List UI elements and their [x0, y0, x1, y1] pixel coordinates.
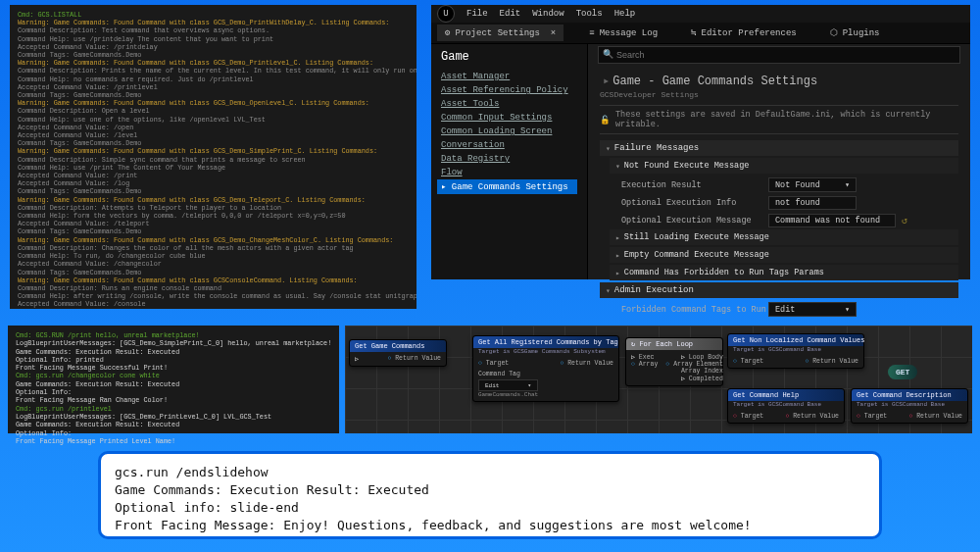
section-admin-execution[interactable]: ▾Admin Execution — [600, 282, 958, 298]
prop-forbidden-tags: Forbidden Command Tags to Run Edit▾ — [600, 300, 958, 319]
pin-target[interactable]: Target — [733, 358, 763, 365]
pin-return[interactable]: Return Value — [908, 413, 962, 420]
section-not-found[interactable]: ▾Not Found Execute Message — [610, 158, 958, 174]
console-output-listall: Cmd: GCS.LISTALL Warning: Game Commands:… — [10, 5, 416, 309]
property-value[interactable]: not found — [768, 196, 857, 210]
caret-right-icon: ▸ — [615, 251, 620, 260]
console-line: Accepted Command Value: /log — [18, 179, 409, 187]
pin-array-element[interactable]: Array Element — [665, 361, 723, 368]
pin-return[interactable]: Return Value — [387, 355, 441, 363]
tag-value: GameCommands.Chat — [478, 391, 538, 398]
tab-plugins[interactable]: ⬡Plugins — [822, 25, 888, 41]
property-value[interactable]: Command was not found — [768, 214, 896, 227]
prop-value-dropdown[interactable]: Edit▾ — [768, 302, 857, 317]
sidebar-item[interactable]: Data Registry — [441, 152, 577, 166]
property-row: Execution ResultNot Found▾ — [600, 176, 958, 194]
pin-array-index[interactable]: Array Index — [665, 368, 723, 375]
sidebar-item[interactable]: Conversation — [441, 138, 577, 152]
menu-tools[interactable]: Tools — [576, 9, 603, 19]
pin-command-tag[interactable]: Command Tag — [478, 371, 538, 377]
console-line: Command Tags: GameCommands.Demo — [18, 269, 409, 276]
node-get[interactable]: GET — [888, 365, 917, 379]
console-cmd: Cmd: gcs.run /printlevel — [16, 405, 331, 413]
pin-completed[interactable]: Completed — [665, 375, 723, 382]
section-forbidden-tags[interactable]: ▸Command Has Forbidden to Run Tags Param… — [610, 265, 958, 280]
project-settings-window: U File Edit Window Tools Help ⚙Project S… — [431, 5, 970, 279]
reset-icon[interactable]: ↺ — [902, 215, 907, 226]
search-input[interactable] — [598, 46, 960, 64]
settings-sidebar: Game Asset ManagerAsset Referencing Poli… — [431, 44, 588, 279]
menu-edit[interactable]: Edit — [500, 9, 521, 19]
console-line: Command Help: after writing /console, wr… — [18, 292, 409, 300]
tab-project-settings[interactable]: ⚙Project Settings× — [437, 25, 564, 41]
pin-loop-body[interactable]: Loop Body — [665, 353, 723, 361]
console-line: Accepted Command Value: /printdelay — [18, 43, 409, 51]
pin-target[interactable]: Target — [478, 360, 538, 367]
sidebar-item[interactable]: Asset Referencing Policy — [441, 83, 577, 97]
console-line: LogBlueprintUserMessages: [GCS_Demo_Prin… — [16, 413, 331, 421]
pin-return[interactable]: Return Value — [785, 413, 839, 420]
sidebar-item[interactable]: Flow — [441, 166, 577, 179]
pin-return[interactable]: Return Value — [560, 360, 613, 367]
sidebar-item[interactable]: Common Loading Screen — [441, 125, 577, 138]
sidebar-category: Game — [441, 50, 577, 64]
node-get-command-description[interactable]: Get Command Description Target is GCSCom… — [851, 388, 968, 424]
settings-detail-pane: 🔍 ▸Game - Game Commands Settings GCSDeve… — [588, 44, 970, 279]
sidebar-item[interactable]: Asset Manager — [441, 70, 577, 83]
console-line: Game Commands: Execution Result: Execute… — [16, 380, 331, 388]
menu-file[interactable]: File — [466, 9, 488, 19]
pin-target[interactable]: Target — [733, 413, 763, 420]
console-line: Accepted Command Value: /print — [18, 172, 409, 179]
gear-icon: ⚙ — [445, 27, 450, 38]
console-line: Accepted Command Value: /printlevel — [18, 83, 409, 91]
node-get-game-commands[interactable]: Get Game Commands Return Value — [349, 339, 447, 367]
close-icon[interactable]: × — [551, 28, 556, 38]
tab-message-log[interactable]: ≡Message Log — [581, 25, 665, 41]
node-get-registered-by-tag[interactable]: Get All Registered Commands by Tag Targe… — [472, 335, 619, 402]
sidebar-item[interactable]: ▸ Game Commands Settings — [437, 179, 577, 194]
pin-exec-in[interactable] — [355, 355, 359, 363]
console-line: Optional Info: — [16, 388, 331, 396]
property-value[interactable]: Not Found▾ — [768, 177, 857, 192]
console-cmd: Cmd: GCS.LISTALL — [18, 11, 409, 19]
sidebar-item[interactable]: Common Input Settings — [441, 111, 577, 125]
section-failure-messages[interactable]: ▾Failure Messages — [600, 140, 958, 156]
console-line: Front Facing Message Successful Print! — [16, 364, 331, 372]
endbox-line: Front Facing Message: Enjoy! Questions, … — [115, 517, 865, 534]
sidebar-item[interactable]: Asset Tools — [441, 97, 577, 111]
menu-help[interactable]: Help — [614, 9, 636, 19]
blueprint-graph[interactable]: Get Game Commands Return Value Get All R… — [345, 326, 972, 433]
node-for-each-loop[interactable]: ↻ For Each Loop ExecArray Loop BodyArray… — [625, 337, 723, 386]
console-line: Accepted Command Value: /open — [18, 124, 409, 131]
property-label: Optional Execution Info — [621, 198, 768, 208]
console-warn: Warning: Game Commands: Found Command wi… — [18, 99, 409, 107]
tag-edit-dropdown[interactable]: Edit▾ — [478, 379, 538, 391]
chevron-down-icon: ▾ — [528, 381, 532, 389]
tab-editor-preferences[interactable]: ≒Editor Preferences — [683, 25, 805, 41]
console-line: Command Description: Attempts to Telepor… — [18, 204, 409, 212]
menubar: U File Edit Window Tools Help — [431, 5, 970, 23]
console-line: Command Tags: GameCommands.Demo — [18, 51, 409, 59]
section-empty-command[interactable]: ▸Empty Command Execute Message — [610, 247, 958, 263]
node-get-non-localized[interactable]: Get Non Localized Command Values Target … — [727, 333, 864, 369]
pin-target[interactable]: Target — [857, 413, 887, 420]
settings-search: 🔍 — [598, 46, 960, 64]
node-get-command-help[interactable]: Get Command Help Target is GCSCommand Ba… — [727, 388, 845, 424]
menu-window[interactable]: Window — [532, 9, 564, 19]
console-line: Command Description: Open a level — [18, 107, 409, 115]
pin-return[interactable]: Return Value — [805, 358, 858, 365]
console-line: Command Help: form the vectors by comma.… — [18, 212, 409, 220]
pin-exec[interactable]: Exec — [631, 353, 658, 361]
property-row: Optional Execution MessageCommand was no… — [600, 212, 958, 229]
console-warn: Warning: Game Commands: Found Command wi… — [18, 19, 409, 26]
console-line: Game Commands: Execution Result: Execute… — [16, 421, 331, 428]
console-warn: Warning: Game Commands: Found Command wi… — [18, 236, 409, 244]
console-line: Accepted Command Value: /changecolor — [18, 260, 409, 268]
console-line: Command Tags: GameCommands.Demo — [18, 227, 409, 235]
console-line: Optional Info: — [16, 429, 331, 437]
section-still-loading[interactable]: ▸Still Loading Execute Message — [610, 229, 958, 245]
console-line: Game Commands: Execution Result: Execute… — [16, 348, 331, 356]
tab-bar: ⚙Project Settings× ≡Message Log ≒Editor … — [431, 23, 970, 44]
pin-array[interactable]: Array — [631, 361, 658, 368]
console-line: Optional Info: printed — [16, 356, 331, 364]
